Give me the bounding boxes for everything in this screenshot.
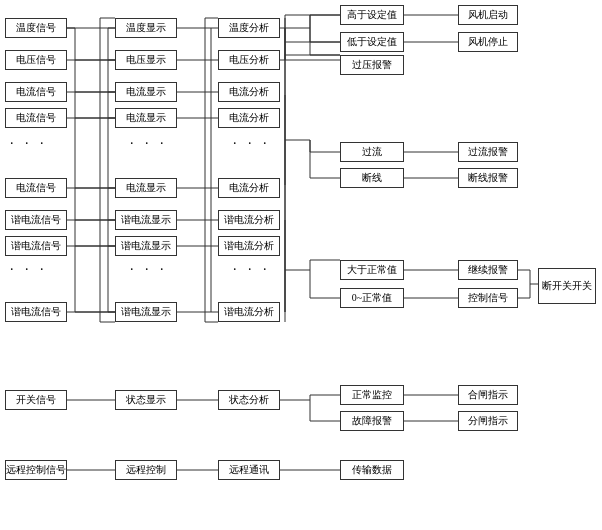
- overcurrent: 过流: [340, 142, 404, 162]
- dots-3: · · ·: [130, 136, 168, 152]
- above-normal: 大于正常值: [340, 260, 404, 280]
- dots-2: · · ·: [10, 262, 48, 278]
- remote-control-signal: 远程控制信号: [5, 460, 67, 480]
- 断开关开关: 断开关开关: [538, 268, 596, 304]
- dots-6: · · ·: [233, 262, 271, 278]
- current-display-2: 电流显示: [115, 108, 177, 128]
- dots-4: · · ·: [130, 262, 168, 278]
- 断线: 断线: [340, 168, 404, 188]
- 断线-alarm: 断线报警: [458, 168, 518, 188]
- harm-current-display-n: 谐电流显示: [115, 302, 177, 322]
- temp-analysis: 温度分析: [218, 18, 280, 38]
- fan-start: 风机启动: [458, 5, 518, 25]
- normal-monitor: 正常监控: [340, 385, 404, 405]
- current-analysis-n: 电流分析: [218, 178, 280, 198]
- current-signal-2: 电流信号: [5, 108, 67, 128]
- harm-current-analysis-n: 谐电流分析: [218, 302, 280, 322]
- harm-current-analysis-1: 谐电流分析: [218, 210, 280, 230]
- remote-control-display: 远程控制: [115, 460, 177, 480]
- voltage-signal: 电压信号: [5, 50, 67, 70]
- current-display-1: 电流显示: [115, 82, 177, 102]
- current-signal-n: 电流信号: [5, 178, 67, 198]
- overcurrent-alarm: 过流报警: [458, 142, 518, 162]
- close-indicator: 合闸指示: [458, 385, 518, 405]
- harm-current-analysis-2: 谐电流分析: [218, 236, 280, 256]
- below-setpoint: 低于设定值: [340, 32, 404, 52]
- zero-normal: 0~正常值: [340, 288, 404, 308]
- harm-current-signal-1: 谐电流信号: [5, 210, 67, 230]
- switch-signal: 开关信号: [5, 390, 67, 410]
- temp-signal: 温度信号: [5, 18, 67, 38]
- remote-comm: 远程通讯: [218, 460, 280, 480]
- harm-current-display-1: 谐电流显示: [115, 210, 177, 230]
- control-signal: 控制信号: [458, 288, 518, 308]
- status-display: 状态显示: [115, 390, 177, 410]
- status-analysis: 状态分析: [218, 390, 280, 410]
- overvoltage-alarm: 过压报警: [340, 55, 404, 75]
- current-analysis-2: 电流分析: [218, 108, 280, 128]
- diagram: 温度信号 电压信号 电流信号 电流信号 · · · 电流信号 谐电流信号 谐电流…: [0, 0, 602, 530]
- fan-stop: 风机停止: [458, 32, 518, 52]
- current-display-n: 电流显示: [115, 178, 177, 198]
- above-setpoint: 高于设定值: [340, 5, 404, 25]
- voltage-display: 电压显示: [115, 50, 177, 70]
- open-indicator: 分闸指示: [458, 411, 518, 431]
- current-analysis-1: 电流分析: [218, 82, 280, 102]
- continue-alarm: 继续报警: [458, 260, 518, 280]
- temp-display: 温度显示: [115, 18, 177, 38]
- harm-current-display-2: 谐电流显示: [115, 236, 177, 256]
- harm-current-signal-2: 谐电流信号: [5, 236, 67, 256]
- transmit-data: 传输数据: [340, 460, 404, 480]
- voltage-analysis: 电压分析: [218, 50, 280, 70]
- dots-5: · · ·: [233, 136, 271, 152]
- fault-alarm: 故障报警: [340, 411, 404, 431]
- current-signal-1: 电流信号: [5, 82, 67, 102]
- harm-current-signal-n: 谐电流信号: [5, 302, 67, 322]
- dots-1: · · ·: [10, 136, 48, 152]
